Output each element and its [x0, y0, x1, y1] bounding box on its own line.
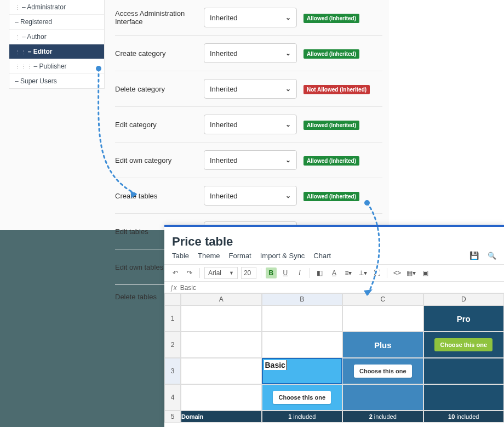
perm-status-badge: Allowed (Inherited) — [303, 121, 359, 130]
perm-select[interactable]: Inherited ⌄ — [204, 150, 297, 170]
sidebar-item-publisher[interactable]: ⋮ ⋮ ⋮ – Publisher — [9, 59, 104, 74]
perm-status-badge: Allowed (Inherited) — [303, 49, 359, 59]
formula-value: Basic — [180, 284, 196, 292]
menu-table[interactable]: Table — [172, 252, 189, 260]
sidebar-item-label: – Super Users — [15, 77, 57, 85]
underline-button[interactable]: U — [280, 267, 291, 278]
font-size-input[interactable]: 20 — [241, 267, 256, 279]
perm-select[interactable]: Inherited ⌄ — [204, 79, 297, 99]
perm-select[interactable]: Inherited ⌄ — [204, 186, 297, 206]
redo-icon[interactable]: ↷ — [184, 267, 195, 278]
search-icon[interactable]: 🔍 — [488, 252, 496, 260]
fullscreen-icon[interactable]: ⛶ — [371, 267, 382, 278]
sidebar-item-administrator[interactable]: ⋮ – Administrator — [9, 0, 104, 15]
choose-button-basic[interactable]: Choose this one — [273, 391, 331, 404]
cell-c1[interactable] — [342, 305, 423, 332]
formula-bar[interactable]: ƒx Basic — [164, 282, 504, 293]
perm-select[interactable]: Inherited ⌄ — [204, 8, 297, 27]
perm-select-value: Inherited — [210, 49, 238, 58]
perm-row-edit-own-category: Edit own category Inherited ⌄ Allowed (I… — [115, 143, 382, 178]
text-color-icon[interactable]: A — [329, 267, 340, 278]
cell-editing-text: Basic — [264, 360, 287, 370]
choose-button-plus[interactable]: Choose this one — [354, 365, 412, 378]
sidebar-item-editor[interactable]: ⋮ ⋮ – Editor — [9, 44, 104, 59]
perm-select[interactable]: Inherited ⌄ — [204, 115, 297, 134]
cell-d5-included[interactable]: 10 included — [423, 411, 505, 423]
sheet-title: Price table — [164, 227, 504, 251]
row-header-4[interactable]: 4 — [164, 384, 181, 411]
spreadsheet-grid[interactable]: A B C D 1 Pro 2 Plus Choose this one 3 B… — [164, 293, 504, 423]
row-header-2[interactable]: 2 — [164, 332, 181, 358]
merge-icon[interactable]: ▣ — [420, 267, 431, 278]
menu-format[interactable]: Format — [229, 252, 251, 260]
perm-status-badge: Allowed (Inherited) — [303, 14, 359, 23]
cell-a1[interactable] — [181, 305, 262, 332]
row-header-3[interactable]: 3 — [164, 358, 181, 384]
cell-b2[interactable] — [262, 332, 343, 358]
cell-c3-choose[interactable]: Choose this one — [342, 358, 423, 384]
menu-theme[interactable]: Theme — [198, 252, 220, 260]
corner-header[interactable] — [164, 293, 181, 305]
perm-select-value: Inherited — [210, 14, 238, 22]
menu-chart[interactable]: Chart — [313, 252, 331, 260]
spreadsheet-panel: Price table Table Theme Format Import & … — [164, 225, 504, 427]
sidebar-item-author[interactable]: ⋮ – Author — [9, 30, 104, 44]
perm-label: Edit category — [115, 121, 197, 129]
bold-button[interactable]: B — [266, 267, 277, 278]
sidebar-item-label: – Administrator — [22, 3, 66, 11]
fx-icon: ƒx — [170, 284, 177, 292]
cell-c5-included[interactable]: 2 included — [342, 411, 423, 423]
drag-handle-icon: ⋮ ⋮ — [15, 49, 26, 55]
sidebar-item-label: – Publisher — [34, 62, 67, 70]
col-header-d[interactable]: D — [423, 293, 505, 305]
chevron-down-icon: ⌄ — [285, 156, 291, 164]
col-header-b[interactable]: B — [262, 293, 343, 305]
chevron-down-icon: ⌄ — [285, 49, 291, 57]
cell-d1-pro-tier[interactable]: Pro — [423, 305, 505, 332]
cell-c4[interactable] — [342, 384, 423, 411]
sidebar-item-super-users[interactable]: – Super Users — [9, 74, 104, 88]
col-header-c[interactable]: C — [342, 293, 423, 305]
code-icon[interactable]: <> — [392, 267, 403, 278]
perm-status-badge: Allowed (Inherited) — [303, 192, 359, 201]
font-family-select[interactable]: Arial ▼ — [204, 267, 238, 279]
perm-select-value: Inherited — [210, 156, 238, 164]
cell-d3[interactable] — [423, 358, 505, 384]
cell-b3-basic-editing[interactable]: Basic — [262, 358, 343, 384]
row-header-5[interactable]: 5 — [164, 411, 181, 423]
perm-select[interactable]: Inherited ⌄ — [204, 43, 297, 63]
valign-icon[interactable]: ⊥▾ — [357, 267, 368, 278]
row-header-1[interactable]: 1 — [164, 305, 181, 332]
drag-handle-icon: ⋮ — [15, 4, 20, 10]
drag-handle-icon: ⋮ ⋮ ⋮ — [15, 64, 32, 70]
cell-b1[interactable] — [262, 305, 343, 332]
save-icon[interactable]: 💾 — [469, 251, 479, 260]
sheet-menu: Table Theme Format Import & Sync Chart 💾… — [164, 251, 504, 264]
menu-import[interactable]: Import & Sync — [260, 252, 305, 260]
perm-row-edit-category: Edit category Inherited ⌄ Allowed (Inher… — [115, 107, 382, 143]
cell-c2-plus-tier[interactable]: Plus — [342, 332, 423, 358]
sidebar-item-registered[interactable]: – Registered — [9, 15, 104, 30]
cell-a2[interactable] — [181, 332, 262, 358]
undo-icon[interactable]: ↶ — [170, 267, 181, 278]
italic-button[interactable]: I — [294, 267, 305, 278]
perm-row-create-category: Create category Inherited ⌄ Allowed (Inh… — [115, 36, 382, 71]
cell-d4[interactable] — [423, 384, 505, 411]
fill-color-icon[interactable]: ◧ — [314, 267, 325, 278]
chevron-down-icon: ⌄ — [285, 85, 291, 93]
chevron-down-icon: ⌄ — [285, 121, 291, 128]
align-icon[interactable]: ≡▾ — [343, 267, 354, 278]
cell-a5-domain[interactable]: Domain — [181, 411, 262, 423]
perm-row-create-tables: Create tables Inherited ⌄ Allowed (Inher… — [115, 178, 382, 214]
cell-b5-included[interactable]: 1 included — [262, 411, 343, 423]
cell-b4-choose[interactable]: Choose this one — [262, 384, 343, 411]
font-family-value: Arial — [208, 269, 221, 277]
cell-d2-choose[interactable]: Choose this one — [423, 332, 505, 358]
cell-a4[interactable] — [181, 384, 262, 411]
chevron-down-icon: ⌄ — [285, 192, 291, 200]
permissions-panel: ⋮ – Administrator – Registered ⋮ – Autho… — [0, 0, 389, 230]
grid-icon[interactable]: ▦▾ — [406, 267, 417, 278]
cell-a3[interactable] — [181, 358, 262, 384]
col-header-a[interactable]: A — [181, 293, 262, 305]
choose-button-pro[interactable]: Choose this one — [434, 338, 492, 351]
